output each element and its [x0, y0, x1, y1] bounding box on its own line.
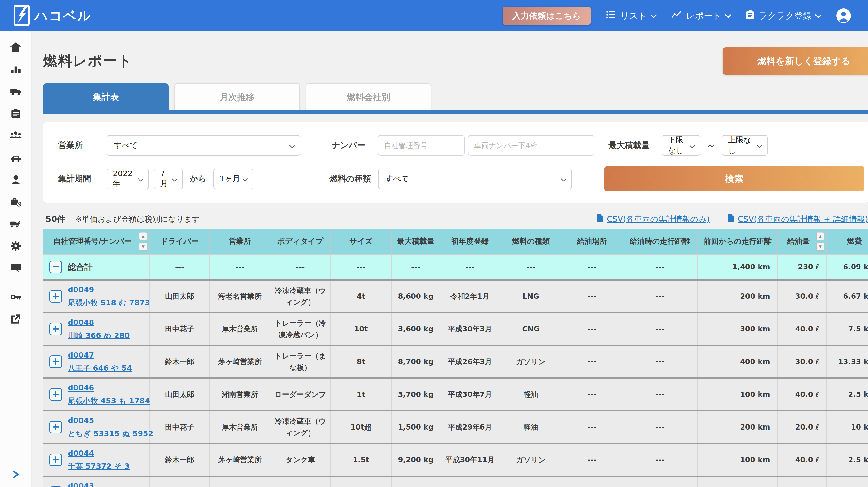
- chevron-down-icon: [138, 176, 144, 182]
- expand-button[interactable]: +: [50, 323, 62, 335]
- tax-note: ※単価および金額は税別になります: [75, 214, 200, 224]
- expand-button[interactable]: +: [50, 454, 62, 466]
- table-cell: 8,000 kg: [392, 477, 440, 487]
- payload-upper-select[interactable]: 上限なし: [722, 135, 768, 156]
- account-icon[interactable]: [836, 8, 851, 23]
- brand-logo[interactable]: ハコベル: [13, 5, 92, 27]
- column-header: 前回からの走行距離: [698, 229, 778, 254]
- column-header: 給油時の走行距離: [622, 229, 698, 254]
- table-cell: 10t: [331, 313, 392, 345]
- sidebar-expand-button[interactable]: [0, 462, 31, 487]
- clipboard-icon: [10, 108, 22, 121]
- table-header-row: 自社管理番号/ナンバー▲▼ドライバー営業所ボディタイプサイズ最大積載量初年度登録…: [43, 229, 868, 255]
- table-cell: 茅ヶ崎営業所: [210, 444, 270, 476]
- table-row: +d0043習志野 822 ね 20山田太郎藤沢営業所幌ウィング2t8,000 …: [43, 476, 868, 487]
- office-filter-label: 営業所: [58, 140, 106, 151]
- key-icon: [10, 291, 22, 304]
- vehicle-id-link[interactable]: d0043: [68, 480, 132, 487]
- expand-button[interactable]: +: [50, 356, 62, 368]
- period-year-select[interactable]: 2022年: [106, 169, 149, 189]
- sort-asc-button[interactable]: ▲: [816, 232, 825, 240]
- nav-menu-1[interactable]: リスト: [606, 10, 656, 22]
- payload-lower-select[interactable]: 下限なし: [662, 135, 701, 156]
- tab-2[interactable]: 月次推移: [175, 83, 300, 111]
- sort-asc-button[interactable]: ▲: [139, 232, 147, 240]
- table-row: +d0045とちぎ 53315 ぬ 5952田中花子厚木営業所冷凍冷蔵車（ウィン…: [43, 410, 868, 443]
- vehicle-plate-link[interactable]: 千葉 57372 そ 3: [68, 460, 130, 473]
- sidebar-item-group[interactable]: [0, 125, 31, 147]
- table-cell: LNG: [500, 477, 562, 487]
- sidebar-item-home[interactable]: [0, 37, 31, 59]
- sidebar-item-chart[interactable]: [0, 59, 31, 81]
- car-icon: [10, 152, 22, 165]
- nav-menu-2[interactable]: レポート: [671, 10, 731, 22]
- sidebar-item-car[interactable]: [0, 147, 31, 169]
- table-cell: 200 km: [698, 412, 778, 443]
- vehicle-plate-link[interactable]: とちぎ 53315 ぬ 5952: [68, 428, 153, 440]
- nav-menu-label: ラクラク登録: [758, 10, 812, 22]
- table-cell: タンク車: [270, 444, 331, 476]
- sidebar-divider: [0, 283, 31, 283]
- sidebar-item-external-link[interactable]: [0, 308, 31, 331]
- period-span-select[interactable]: 1ヶ月: [213, 169, 253, 189]
- table-cell: 40.0 ℓ: [778, 313, 827, 345]
- office-select[interactable]: すべて: [106, 135, 300, 156]
- tab-1[interactable]: 集計表: [43, 83, 168, 111]
- table-cell: ---: [622, 346, 698, 377]
- fuel-type-select[interactable]: すべて: [378, 169, 572, 189]
- csv-download-link-2[interactable]: CSV(各車両の集計情報 + 詳細情報): [727, 214, 868, 225]
- group-icon: [10, 130, 22, 143]
- vehicle-id-link[interactable]: d0047: [68, 349, 132, 361]
- chevron-down-icon: [172, 176, 178, 182]
- vehicle-id-link[interactable]: d0048: [68, 316, 130, 329]
- sidebar-item-clipboard[interactable]: [0, 103, 31, 125]
- sort-desc-button[interactable]: ▼: [816, 243, 825, 251]
- table-cell: ---: [622, 444, 698, 476]
- table-cell: 軽油: [500, 379, 562, 410]
- sidebar-item-chat[interactable]: [0, 257, 31, 279]
- search-button[interactable]: 検索: [604, 166, 864, 191]
- vehicle-cell: +d0047八王子 646 や 54: [43, 346, 150, 377]
- column-header: 給油量▲▼: [778, 229, 827, 254]
- nav-menu-3[interactable]: ラクラク登録: [746, 10, 820, 22]
- vehicle-id-link[interactable]: d0046: [68, 382, 150, 394]
- plate-last4-input[interactable]: [468, 135, 594, 156]
- vehicle-plate-link[interactable]: 八王子 646 や 54: [68, 362, 132, 374]
- page-title: 燃料レポート: [43, 52, 133, 70]
- table-cell: 軽油: [500, 412, 562, 443]
- expand-button[interactable]: +: [50, 388, 62, 401]
- table-cell: 7.5 km/ℓ: [827, 313, 868, 345]
- fleet-number-input[interactable]: [378, 135, 465, 156]
- table-cell: ---: [562, 313, 622, 345]
- sidebar-item-key[interactable]: [0, 286, 31, 308]
- table-cell: 3,600 kg: [392, 313, 440, 345]
- truck-icon: [10, 86, 22, 99]
- table-cell: 鈴木一郎: [150, 444, 210, 476]
- expand-button[interactable]: +: [50, 421, 62, 433]
- collapse-button[interactable]: −: [50, 261, 62, 273]
- period-from-label: から: [190, 173, 207, 184]
- period-month-select[interactable]: 7月: [154, 169, 183, 189]
- table-cell: 8,600 kg: [392, 280, 440, 312]
- register-fuel-button[interactable]: 燃料を新しく登録する: [723, 48, 868, 74]
- vehicle-id-link[interactable]: d0049: [68, 284, 150, 296]
- tab-3[interactable]: 燃料会社別: [306, 83, 431, 111]
- csv-download-link-1[interactable]: CSV(各車両の集計情報のみ): [596, 214, 710, 225]
- sidebar-item-truck[interactable]: [0, 81, 31, 103]
- vehicle-id-link[interactable]: d0044: [68, 447, 130, 459]
- sidebar-item-truck-flash[interactable]: [0, 213, 31, 235]
- expand-button[interactable]: +: [50, 290, 62, 303]
- vehicle-plate-link[interactable]: 尾張小牧 518 む 7873: [68, 297, 150, 309]
- vehicle-plate-link[interactable]: 川崎 366 め 280: [68, 330, 130, 342]
- total-label: 総合計: [68, 261, 93, 274]
- vehicle-plate-link[interactable]: 尾張小牧 453 も 1784: [68, 395, 150, 407]
- vehicle-id-link[interactable]: d0045: [68, 415, 153, 427]
- sidebar-item-gear[interactable]: [0, 235, 31, 257]
- period-filter-label: 集計期間: [58, 173, 106, 184]
- table-cell: ---: [562, 280, 622, 312]
- top-navbar: ハコベル 入力依頼はこちら リストレポートラクラク登録: [0, 0, 868, 31]
- sort-desc-button[interactable]: ▼: [139, 243, 147, 251]
- sidebar-item-person[interactable]: [0, 169, 31, 191]
- input-request-button[interactable]: 入力依頼はこちら: [502, 6, 590, 25]
- sidebar-item-bag-clock[interactable]: [0, 191, 31, 213]
